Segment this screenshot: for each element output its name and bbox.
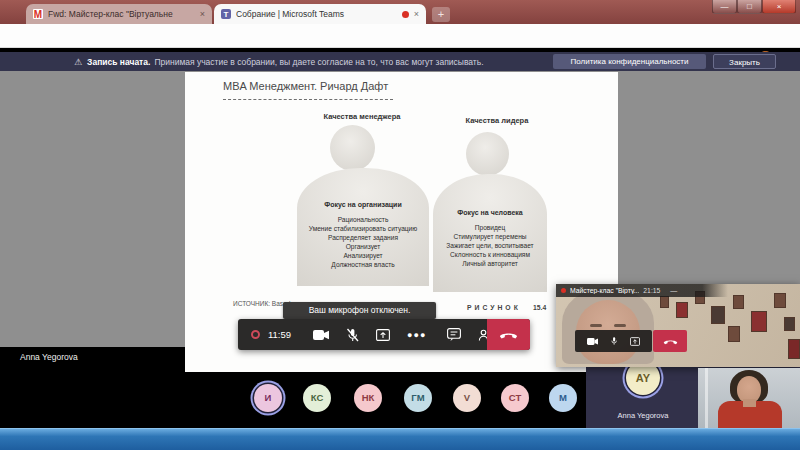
remote-participant-eye — [614, 324, 626, 327]
banner-message: Принимая участие в собрании, вы даете со… — [154, 57, 483, 67]
person-neck — [743, 399, 756, 407]
tab-teams[interactable]: T Собрание | Microsoft Teams × — [214, 4, 426, 24]
picture-frame — [784, 317, 795, 331]
manager-focus: Фокус на организации — [289, 200, 437, 209]
close-tab-icon[interactable]: × — [414, 9, 419, 19]
mini-hang-up-button[interactable] — [653, 330, 687, 352]
participant-avatar[interactable]: ГМ — [404, 384, 432, 412]
new-tab-button[interactable]: + — [432, 7, 450, 22]
share-screen-button[interactable] — [376, 329, 390, 341]
tab-title: Fwd: Майстер-клас "Віртуальне — [48, 9, 195, 19]
banner-close-button[interactable]: Закрыть — [713, 54, 776, 69]
webcam-photo — [698, 368, 800, 428]
tab-title: Собрание | Microsoft Teams — [236, 9, 397, 19]
minimize-button[interactable]: — — [712, 0, 737, 14]
leader-qualities: Фокус на человека Провидец Стимулирует п… — [423, 208, 557, 268]
participant-avatar[interactable]: СТ — [501, 384, 529, 412]
screen: M Fwd: Майстер-клас "Віртуальне × T Собр… — [0, 0, 800, 450]
leader-silhouette-head — [466, 132, 509, 176]
door-frame — [705, 368, 708, 428]
picture-frame — [774, 293, 786, 308]
picture-frame — [711, 306, 725, 324]
mini-window-title: Майстер-клас "Вірту... — [570, 287, 639, 294]
self-name-label: Anna Yegorova — [598, 411, 688, 420]
picture-frame — [728, 326, 740, 342]
call-timer: 11:59 — [268, 329, 291, 340]
slide-divider — [223, 99, 393, 100]
chat-button[interactable] — [447, 328, 461, 341]
mini-minimize-icon[interactable]: — — [670, 287, 677, 294]
warning-icon: ⚠ — [74, 57, 82, 67]
call-control-bar: 11:59 ●●● — [238, 319, 530, 350]
mini-call-controls — [575, 330, 652, 352]
recording-banner: ⚠ Запись начата. Принимая участие в собр… — [0, 52, 800, 71]
leader-focus: Фокус на человека — [423, 208, 557, 217]
browser-titlebar: M Fwd: Майстер-клас "Віртуальне × T Собр… — [0, 0, 800, 24]
mini-window-timer: 21:15 — [643, 287, 660, 294]
gmail-icon: M — [33, 9, 43, 19]
picture-frame — [733, 295, 744, 309]
hang-up-button[interactable] — [487, 319, 530, 350]
tab-recording-indicator-icon — [402, 11, 409, 18]
camera-button[interactable] — [313, 330, 329, 340]
camera-button[interactable] — [587, 338, 598, 345]
phone-down-icon — [663, 338, 678, 345]
recording-indicator-icon — [561, 288, 566, 293]
mic-muted-tooltip: Ваш микрофон отключен. — [283, 302, 436, 319]
close-tab-icon[interactable]: × — [200, 9, 205, 19]
mic-muted-button[interactable] — [346, 328, 359, 342]
privacy-policy-button[interactable]: Политика конфиденциальности — [553, 54, 706, 69]
remote-participant-eye — [590, 324, 602, 327]
participant-avatar[interactable]: КС — [303, 384, 331, 412]
participant-avatar[interactable]: V — [453, 384, 481, 412]
slide-title: MBA Менеджмент. Ричард Дафт — [223, 80, 388, 92]
close-window-button[interactable]: × — [762, 0, 796, 14]
tab-gmail[interactable]: M Fwd: Майстер-клас "Віртуальне × — [26, 4, 212, 24]
more-options-button[interactable]: ●●● — [407, 330, 426, 340]
share-screen-button[interactable] — [630, 337, 640, 346]
maximize-button[interactable]: □ — [737, 0, 762, 14]
participant-avatar[interactable]: НК — [354, 384, 382, 412]
participant-avatar[interactable]: М — [549, 384, 577, 412]
picture-frame — [660, 296, 669, 308]
presenter-name-label: Anna Yegorova — [20, 352, 78, 362]
picture-frame — [676, 302, 688, 318]
picture-frame — [788, 339, 800, 359]
participant-avatar[interactable]: И — [254, 384, 282, 412]
manager-qualities: Фокус на организации Рациональность Умен… — [289, 200, 437, 269]
leader-column-heading: Качества лидера — [417, 116, 577, 125]
figure-number: 15.4 — [533, 304, 546, 311]
recording-indicator-icon — [251, 330, 260, 339]
figure-label: РИСУНОК — [467, 304, 521, 311]
mini-call-window[interactable]: Майстер-клас "Вірту... 21:15 — — [556, 284, 800, 367]
windows-taskbar: e W UK ▲ 10:23 29.04.2020 — [0, 428, 800, 450]
manager-silhouette-head — [330, 125, 375, 171]
mini-window-titlebar: Майстер-клас "Вірту... 21:15 — — [556, 284, 728, 297]
mic-button[interactable] — [610, 336, 618, 346]
browser-toolbar: ← → ↻ teams.microsoft.com/_#/pre-join-ca… — [0, 24, 800, 48]
teams-icon: T — [221, 9, 231, 19]
banner-title: Запись начата. — [87, 57, 150, 67]
picture-frame — [751, 311, 767, 332]
phone-down-icon — [499, 331, 518, 339]
